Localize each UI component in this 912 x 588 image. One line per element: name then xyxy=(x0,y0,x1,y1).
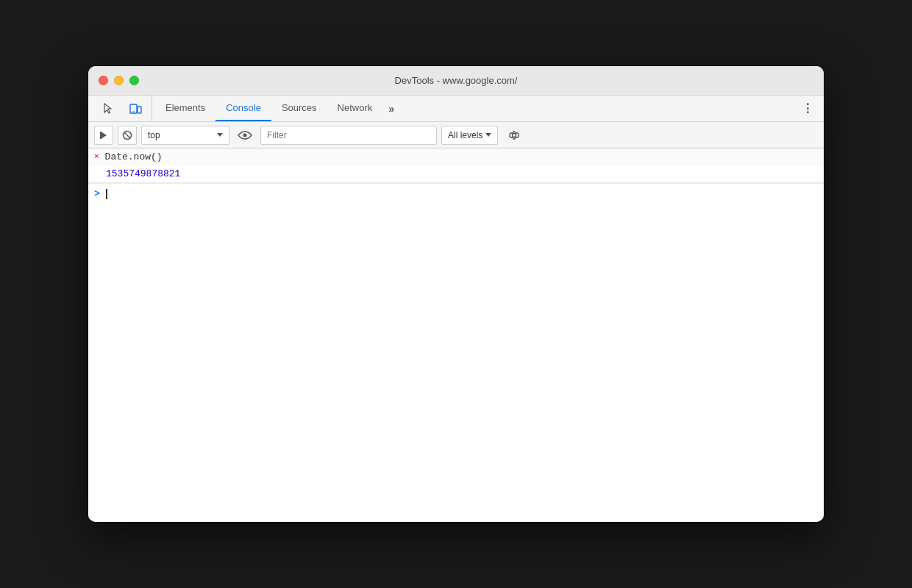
traffic-lights xyxy=(99,76,139,85)
context-value: top xyxy=(148,130,160,140)
context-selector[interactable]: top xyxy=(141,126,229,145)
execute-button[interactable] xyxy=(94,126,113,145)
console-input-line: × Date.now() xyxy=(88,148,824,165)
tab-console[interactable]: Console xyxy=(215,96,271,121)
svg-rect-4 xyxy=(100,132,101,139)
tab-sources[interactable]: Sources xyxy=(271,96,327,121)
console-prompt-area[interactable]: > xyxy=(88,183,824,204)
close-button[interactable] xyxy=(99,76,108,85)
play-icon xyxy=(99,131,108,140)
levels-label: All levels xyxy=(448,130,482,140)
no-circle-icon xyxy=(122,130,132,140)
prompt-arrow-icon: > xyxy=(94,188,100,199)
maximize-button[interactable] xyxy=(129,76,139,85)
levels-chevron-icon xyxy=(485,133,491,137)
log-levels-selector[interactable]: All levels xyxy=(441,126,498,145)
tab-spacer xyxy=(400,96,796,121)
console-settings-button[interactable] xyxy=(504,126,524,145)
console-entry-input: × Date.now() 1535749878821 xyxy=(88,148,824,183)
devtools-menu-button[interactable]: ⋮ xyxy=(796,96,819,121)
tab-network[interactable]: Network xyxy=(327,96,383,121)
inspect-element-button[interactable] xyxy=(99,98,119,119)
context-chevron-icon xyxy=(217,133,223,137)
prompt-cursor xyxy=(106,189,107,199)
device-toolbar-button[interactable] xyxy=(125,98,146,119)
tab-bar: Elements Console Sources Network » ⋮ xyxy=(88,96,824,122)
minimize-button[interactable] xyxy=(114,76,124,85)
console-output-line: 1535749878821 xyxy=(88,165,824,182)
window-title: DevTools - www.google.com/ xyxy=(395,75,518,86)
console-output-value: 1535749878821 xyxy=(106,168,180,179)
gear-icon xyxy=(508,129,520,141)
error-marker-icon: × xyxy=(94,152,99,161)
filter-input[interactable] xyxy=(260,126,437,145)
console-output: × Date.now() 1535749878821 > xyxy=(88,148,824,522)
console-input-text: Date.now() xyxy=(105,151,163,162)
tab-more-button[interactable]: » xyxy=(382,96,400,121)
console-toolbar: top All levels xyxy=(88,122,824,148)
watch-expressions-button[interactable] xyxy=(234,126,256,145)
svg-point-7 xyxy=(243,133,247,137)
svg-marker-3 xyxy=(101,132,107,139)
device-icon xyxy=(129,102,142,115)
devtools-window: DevTools - www.google.com/ Elements xyxy=(88,66,824,522)
tab-elements[interactable]: Elements xyxy=(155,96,215,121)
cursor-icon xyxy=(102,102,115,115)
svg-line-6 xyxy=(124,132,130,138)
title-bar: DevTools - www.google.com/ xyxy=(88,66,824,96)
svg-rect-1 xyxy=(138,107,141,113)
eye-icon xyxy=(238,130,252,140)
clear-console-button[interactable] xyxy=(118,126,137,145)
tab-icons xyxy=(93,96,152,121)
